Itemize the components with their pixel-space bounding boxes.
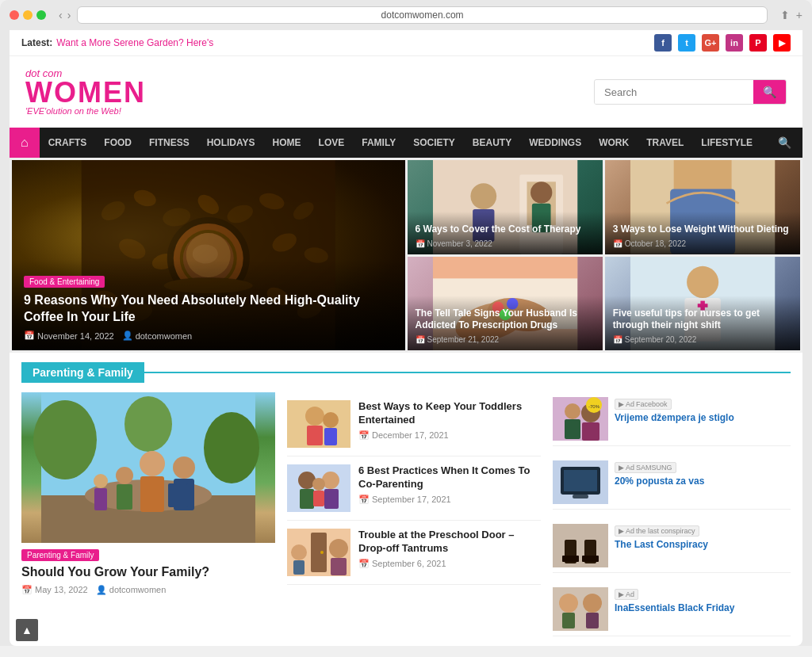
family-image: [21, 392, 275, 543]
back-icon[interactable]: ‹: [59, 9, 63, 21]
article-title-3: Trouble at the Preschool Door – Drop-off…: [358, 529, 541, 556]
hero-main-article[interactable]: Food & Entertaining 9 Reasons Why You Ne…: [12, 160, 405, 350]
ad-badge-3: ▶ Ad the last conspiracy: [615, 525, 699, 537]
address-bar[interactable]: dotcomwomen.com: [77, 6, 767, 24]
close-button[interactable]: [10, 10, 19, 20]
hero-card-4-title: Five useful tips for nurses to get throu…: [613, 307, 792, 332]
instagram-icon[interactable]: in: [726, 34, 743, 52]
browser-controls: ‹ › dotcomwomen.com ⬆ +: [10, 6, 802, 30]
article-info-3: Trouble at the Preschool Door – Drop-off…: [358, 529, 541, 576]
ad-item-1[interactable]: -70% ▶ Ad Facebook Vrijeme džempera je s…: [553, 392, 791, 446]
svg-point-74: [312, 478, 325, 491]
svg-rect-82: [331, 558, 347, 575]
facebook-icon[interactable]: f: [654, 34, 672, 52]
svg-point-49: [33, 400, 97, 479]
nav-crafts[interactable]: CRAFTS: [40, 129, 96, 156]
article-item-3[interactable]: Trouble at the Preschool Door – Drop-off…: [287, 521, 541, 585]
hero-card-2-title: 3 Ways to Lose Weight Without Dieting: [613, 223, 792, 236]
main-nav: ⌂ CRAFTS FOOD FITNESS HOLIDAYS HOME LOVE…: [10, 128, 802, 158]
latest-label: Latest:: [21, 37, 52, 48]
search-button[interactable]: 🔍: [753, 80, 786, 104]
ad-item-3[interactable]: ▶ Ad the last conspiracy The Last Conspi…: [553, 519, 791, 573]
hero-card-2[interactable]: 3 Ways to Lose Weight Without Dieting 📅 …: [605, 160, 800, 254]
ad-item-2[interactable]: ▶ Ad SAMSUNG 20% popusta za vas: [553, 456, 791, 510]
hero-section: Food & Entertaining 9 Reasons Why You Ne…: [10, 158, 802, 353]
ad-image-1: -70%: [553, 397, 608, 441]
nav-society[interactable]: SOCIETY: [404, 129, 464, 156]
article-date-1: 📅 December 17, 2021: [358, 430, 541, 441]
svg-point-67: [323, 412, 339, 428]
googleplus-icon[interactable]: G+: [702, 34, 719, 52]
section-title: Parenting & Family: [21, 362, 144, 383]
nav-home[interactable]: ⌂: [10, 128, 40, 158]
maximize-button[interactable]: [36, 10, 46, 20]
search-input[interactable]: [595, 81, 753, 104]
svg-point-54: [173, 456, 195, 479]
forward-icon[interactable]: ›: [67, 9, 71, 21]
article-info-2: 6 Best Practices When It Comes To Co-Par…: [358, 464, 541, 512]
ad-title-2[interactable]: 20% popusta za vas: [615, 476, 791, 488]
svg-point-84: [565, 403, 580, 419]
minimize-button[interactable]: [23, 10, 33, 20]
nav-home[interactable]: HOME: [264, 129, 310, 156]
svg-point-81: [329, 539, 348, 558]
svg-rect-68: [324, 428, 337, 445]
ad-item-4[interactable]: ▶ Ad InaEssentials Black Friday: [553, 583, 791, 636]
hero-card-1[interactable]: 6 Ways to Cover the Cost of Therapy 📅 No…: [408, 160, 603, 254]
ad-title-1[interactable]: Vrijeme džempera je stiglo: [615, 412, 791, 425]
ad-badge-4: ▶ Ad: [615, 589, 638, 600]
pinterest-icon[interactable]: P: [749, 34, 767, 52]
hero-card-4[interactable]: Five useful tips for nurses to get throu…: [605, 257, 800, 351]
article-title-2: 6 Best Practices When It Comes To Co-Par…: [358, 464, 541, 491]
main-article-author: 👤 dotcomwomen: [96, 585, 167, 595]
share-icon[interactable]: ⬆: [780, 9, 790, 21]
ad-badge-1: ▶ Ad Facebook: [615, 399, 672, 410]
nav-food[interactable]: FOOD: [95, 129, 140, 156]
new-tab-icon[interactable]: +: [796, 9, 802, 21]
article-item-1[interactable]: Best Ways to Keep Your Toddlers Entertai…: [287, 392, 541, 456]
user-icon: 👤: [96, 585, 107, 594]
hero-category-badge: Food & Entertaining: [24, 276, 105, 288]
ad-boots-image: [553, 524, 608, 567]
article-date-2: 📅 September 17, 2021: [358, 495, 541, 505]
nav-beauty[interactable]: BEAUTY: [464, 129, 520, 156]
article-title-1: Best Ways to Keep Your Toddlers Entertai…: [358, 400, 541, 427]
svg-rect-77: [311, 533, 327, 572]
family-photo: [21, 392, 275, 543]
header: dot com WOMEN 'EVE'olution on the Web! 🔍: [10, 56, 802, 128]
ad-samsung-image: [553, 460, 608, 504]
nav-work[interactable]: WORK: [590, 129, 638, 156]
nav-lifestyle[interactable]: LIFESTYLE: [692, 129, 761, 156]
sidebar-ads: -70% ▶ Ad Facebook Vrijeme džempera je s…: [553, 392, 791, 636]
twitter-icon[interactable]: t: [678, 34, 695, 52]
browser-actions: ⬆ +: [780, 9, 802, 21]
toddler-image: [287, 400, 350, 448]
svg-point-44: [687, 265, 718, 297]
svg-point-50: [204, 412, 259, 483]
ad-image-4: [553, 587, 608, 631]
ad-title-4[interactable]: InaEssentials Black Friday: [615, 602, 791, 615]
nav-holidays[interactable]: HOLIDAYS: [198, 129, 264, 156]
scroll-up-button[interactable]: ▲: [16, 619, 38, 641]
ad-title-3[interactable]: The Last Conspiracy: [615, 539, 791, 552]
ad-icon: ▶: [619, 527, 624, 535]
logo[interactable]: dot com WOMEN 'EVE'olution on the Web!: [25, 68, 146, 116]
hero-card-3[interactable]: The Tell Tale Signs Your Husband Is Addi…: [408, 257, 603, 351]
nav-weddings[interactable]: WEDDINGS: [520, 129, 590, 156]
section-main-article[interactable]: Parenting & Family Should You Grow Your …: [21, 392, 275, 636]
svg-rect-101: [562, 613, 575, 628]
svg-rect-93: [573, 495, 588, 498]
article-thumb-1: [287, 400, 350, 448]
main-article-meta: 📅 May 13, 2022 👤 dotcomwomen: [21, 585, 275, 595]
nav-love[interactable]: LOVE: [310, 129, 354, 156]
nav-travel[interactable]: TRAVEL: [638, 129, 692, 156]
youtube-icon[interactable]: ▶: [773, 34, 791, 52]
svg-point-30: [530, 181, 552, 203]
nav-fitness[interactable]: FITNESS: [140, 129, 198, 156]
nav-search-icon[interactable]: 🔍: [767, 128, 802, 157]
article-item-2[interactable]: 6 Best Practices When It Comes To Co-Par…: [287, 456, 541, 521]
nav-family[interactable]: FAMILY: [353, 129, 404, 156]
latest-link[interactable]: Want a More Serene Garden? Here's: [56, 37, 213, 48]
hero-main-title: 9 Reasons Why You Need Absolutely Need H…: [24, 292, 393, 326]
hero-main-meta: 📅 November 14, 2022 👤 dotcomwomen: [24, 330, 393, 341]
